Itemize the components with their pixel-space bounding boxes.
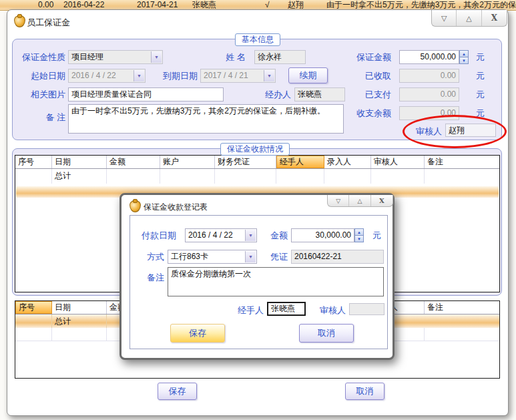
deposit-amount-input[interactable]: 50,000.00: [399, 50, 459, 64]
paid-field: 0.00: [399, 87, 459, 101]
dialog-title: 保证金收款登记表: [144, 202, 208, 213]
window-controls: ▽ △ X: [431, 10, 507, 27]
maximize-button[interactable]: △: [456, 10, 481, 26]
main-cancel-button[interactable]: 取消: [345, 383, 384, 400]
col-date[interactable]: 日期: [52, 301, 107, 314]
dropdown-arrow-icon[interactable]: ▼: [134, 70, 144, 81]
bg-reviewer: 赵翔: [288, 0, 304, 10]
related-image-input[interactable]: 项目经理质量保证合同: [68, 87, 224, 101]
dialog-handler-input[interactable]: 张晓燕: [267, 302, 306, 316]
col-seq[interactable]: 序号: [15, 156, 52, 168]
close-button[interactable]: X: [481, 10, 507, 26]
note-textarea[interactable]: 由于一时拿不出5万元，先缴纳3万元，其余2万元的保证金，后期补缴。: [68, 104, 344, 134]
dialog-amount-spinner[interactable]: ▲ ▼: [354, 228, 364, 242]
voucher-label: 凭证: [269, 252, 288, 262]
total-cell: 总计: [52, 314, 107, 328]
dropdown-arrow-icon[interactable]: ▼: [245, 230, 256, 241]
receipts-total-row: 总计: [15, 169, 499, 184]
nature-label: 保证金性质: [15, 52, 65, 62]
spin-down-icon[interactable]: ▼: [459, 57, 469, 64]
method-label: 方式: [144, 252, 164, 262]
pay-date-picker[interactable]: 2016 / 4 / 22 ▼: [185, 228, 257, 242]
start-date-picker[interactable]: 2016 / 4 / 22 ▼: [68, 69, 146, 83]
name-field[interactable]: 徐永祥: [254, 50, 306, 64]
col-amount[interactable]: 金额: [107, 156, 160, 168]
dialog-cancel-button[interactable]: 取消: [299, 324, 354, 343]
yuan-label: 元: [370, 230, 381, 240]
dialog-controls: ▽ △ X: [327, 195, 393, 207]
screen: 0.00 2016-04-22 2017-04-21 张晓燕 √ 赵翔 由于一时…: [0, 0, 516, 420]
start-date-label: 起始日期: [25, 71, 65, 81]
nature-combobox[interactable]: 项目经理 ▼: [68, 50, 163, 64]
pay-date-label: 付款日期: [138, 230, 176, 240]
dropdown-arrow-icon[interactable]: ▼: [264, 70, 274, 81]
deposit-amount-label: 保证金额: [346, 52, 391, 62]
main-save-button[interactable]: 保存: [158, 383, 197, 400]
voucher-field: 20160422-21: [291, 250, 384, 264]
col-reviewer[interactable]: 审核人: [371, 156, 425, 168]
dialog-save-button[interactable]: 保存: [170, 324, 225, 343]
dialog-close-button[interactable]: X: [370, 195, 393, 206]
col-date[interactable]: 日期: [52, 156, 107, 168]
reviewer-annotation-ellipse: [403, 115, 507, 148]
receipts-tab: 保证金收款情况: [220, 143, 290, 156]
balance-label: 收支余额: [346, 108, 391, 118]
total-cell: 总计: [52, 169, 107, 184]
yuan-label: 元: [474, 52, 485, 62]
end-date-picker[interactable]: 2017 / 4 / 21 ▼: [200, 69, 276, 83]
dialog-icon: [130, 200, 141, 212]
col-note[interactable]: 备注: [425, 156, 499, 168]
spin-up-icon[interactable]: ▲: [459, 50, 469, 57]
col-seq[interactable]: 序号: [15, 301, 52, 314]
receipts-header-row: 序号 日期 金额 账户 财务凭证 经手人 录入人 审核人 备注: [15, 156, 499, 169]
spin-up-icon[interactable]: ▲: [354, 228, 364, 236]
handler-field: 张晓燕: [294, 87, 345, 101]
minimize-button[interactable]: ▽: [432, 10, 456, 26]
dropdown-arrow-icon[interactable]: ▼: [151, 51, 162, 63]
bg-note: 由于一时拿不出5万元，先缴纳3万元，其余2万元的保证金，后: [326, 0, 516, 10]
bg-start: 2016-04-22: [63, 0, 104, 10]
note-label: 备 注: [35, 112, 65, 122]
dialog-handler-label: 经手人: [233, 305, 264, 315]
col-voucher[interactable]: 财务凭证: [215, 156, 276, 168]
related-image-label: 相关图片: [25, 89, 65, 99]
dialog-note-textarea[interactable]: 质保金分期缴纳第一次: [168, 267, 384, 296]
received-label: 已收取: [356, 71, 391, 81]
yuan-label: 元: [474, 71, 485, 81]
method-combobox[interactable]: 工行863卡 ▼: [168, 250, 257, 264]
dialog-reviewer-label: 审核人: [315, 305, 346, 315]
name-label: 姓 名: [218, 52, 246, 62]
deposit-amount-spinner[interactable]: ▲ ▼: [459, 50, 469, 64]
dialog-amount-input[interactable]: 30,000.00: [291, 228, 354, 242]
bg-end: 2017-04-21: [137, 0, 178, 10]
yuan-label: 元: [474, 89, 485, 99]
dialog-maximize-button[interactable]: △: [348, 195, 370, 206]
renew-button[interactable]: 续期: [288, 67, 328, 83]
bg-amount: 0.00: [38, 0, 53, 10]
spin-down-icon[interactable]: ▼: [354, 236, 364, 242]
dropdown-arrow-icon[interactable]: ▼: [245, 251, 256, 262]
dialog-reviewer-field: [349, 303, 384, 315]
bg-handler: 张晓燕: [192, 0, 216, 10]
col-handler[interactable]: 经手人: [276, 156, 324, 168]
basic-info-tab: 基本信息: [235, 33, 280, 46]
paid-label: 已支付: [356, 89, 391, 99]
col-account[interactable]: 账户: [160, 156, 215, 168]
col-entry[interactable]: 录入人: [324, 156, 371, 168]
bg-check: √: [265, 0, 270, 10]
window-title: 员工保证金: [27, 17, 70, 29]
receipt-registration-dialog: 保证金收款登记表 ▽ △ X 付款日期 2016 / 4 / 22 ▼ 金额 3…: [119, 193, 395, 360]
dialog-note-label: 备注: [144, 272, 164, 282]
end-date-label: 到期日期: [158, 71, 198, 81]
col-note[interactable]: 备注: [425, 301, 499, 314]
dialog-amount-label: 金额: [269, 230, 288, 240]
handler-label: 经办人: [260, 89, 291, 99]
dialog-minimize-button[interactable]: ▽: [328, 195, 348, 206]
received-field: 0.00: [399, 69, 459, 83]
